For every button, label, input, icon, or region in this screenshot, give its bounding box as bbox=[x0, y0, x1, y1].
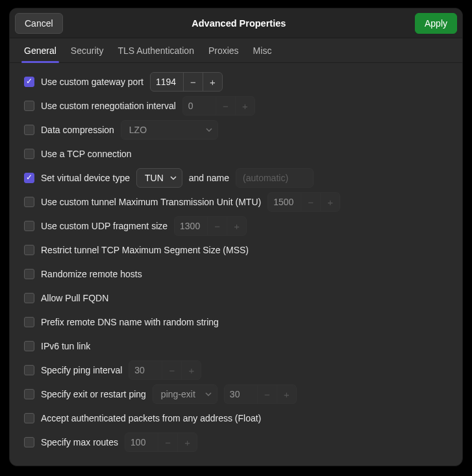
plus-icon[interactable]: + bbox=[181, 361, 201, 379]
label-ping: Specify ping interval bbox=[41, 365, 122, 375]
window-title: Advanced Properties bbox=[63, 18, 415, 29]
checkbox-prefixdns[interactable] bbox=[24, 317, 34, 327]
label-vdev: Set virtual device type bbox=[41, 173, 130, 183]
select-pingexit-value: ping-exit bbox=[161, 389, 195, 399]
spin-maxroutes: − + bbox=[125, 432, 197, 452]
checkbox-ipv6tun[interactable] bbox=[24, 341, 34, 351]
minus-icon[interactable]: − bbox=[301, 193, 320, 211]
select-pingexit[interactable]: ping-exit bbox=[153, 384, 217, 404]
plus-icon[interactable]: + bbox=[203, 73, 222, 91]
input-mtu[interactable] bbox=[268, 193, 301, 211]
plus-icon[interactable]: + bbox=[227, 217, 246, 235]
select-vdev-value: TUN bbox=[145, 173, 164, 183]
cancel-button[interactable]: Cancel bbox=[15, 13, 63, 34]
row-pingexit: Specify exit or restart ping ping-exit −… bbox=[24, 384, 448, 404]
titlebar: Cancel Advanced Properties Apply bbox=[10, 8, 462, 38]
select-compression-value: LZO bbox=[129, 125, 147, 135]
plus-icon[interactable]: + bbox=[177, 433, 197, 451]
spin-pingexit: − + bbox=[224, 384, 297, 404]
label-vdev-andname: and name bbox=[189, 173, 229, 183]
row-randomize: Randomize remote hosts bbox=[24, 264, 448, 284]
tab-misc[interactable]: Misc bbox=[253, 38, 272, 62]
dialog-window: Cancel Advanced Properties Apply General… bbox=[9, 8, 463, 466]
minus-icon[interactable]: − bbox=[207, 217, 227, 235]
input-ping[interactable] bbox=[129, 361, 162, 379]
row-vdev: Set virtual device type TUN and name bbox=[24, 168, 448, 188]
chevron-down-icon bbox=[206, 128, 212, 132]
label-tcp: Use a TCP connection bbox=[41, 149, 132, 159]
label-reneg: Use custom renegotiation interval bbox=[41, 101, 176, 111]
input-vdev-name[interactable] bbox=[236, 168, 314, 188]
checkbox-gateway-port[interactable] bbox=[24, 77, 34, 87]
select-compression[interactable]: LZO bbox=[121, 120, 218, 140]
minus-icon[interactable]: − bbox=[257, 385, 277, 403]
checkbox-randomize[interactable] bbox=[24, 269, 34, 279]
label-gateway-port: Use custom gateway port bbox=[41, 77, 143, 87]
label-randomize: Randomize remote hosts bbox=[41, 269, 142, 279]
label-ipv6tun: IPv6 tun link bbox=[41, 341, 90, 351]
plus-icon[interactable]: + bbox=[320, 193, 340, 211]
tab-security[interactable]: Security bbox=[71, 38, 104, 62]
input-gateway-port[interactable] bbox=[151, 73, 183, 91]
tab-proxies[interactable]: Proxies bbox=[208, 38, 239, 62]
label-mss: Restrict tunnel TCP Maximum Segment Size… bbox=[41, 245, 249, 255]
spin-reneg: − + bbox=[182, 96, 255, 116]
row-compression: Data compression LZO bbox=[24, 120, 448, 140]
tab-general[interactable]: General bbox=[24, 38, 56, 62]
row-mss: Restrict tunnel TCP Maximum Segment Size… bbox=[24, 240, 448, 260]
general-panel: Use custom gateway port − + Use custom r… bbox=[10, 63, 462, 464]
minus-icon[interactable]: − bbox=[216, 97, 235, 115]
label-pullfqdn: Allow Pull FQDN bbox=[41, 293, 108, 303]
checkbox-ping[interactable] bbox=[24, 365, 34, 375]
row-pullfqdn: Allow Pull FQDN bbox=[24, 288, 448, 308]
apply-button[interactable]: Apply bbox=[415, 13, 457, 34]
input-reneg[interactable] bbox=[183, 97, 216, 115]
checkbox-compression[interactable] bbox=[24, 125, 34, 135]
checkbox-maxroutes[interactable] bbox=[24, 437, 34, 447]
spin-gateway-port: − + bbox=[150, 72, 223, 92]
checkbox-pullfqdn[interactable] bbox=[24, 293, 34, 303]
minus-icon[interactable]: − bbox=[183, 73, 203, 91]
chevron-down-icon bbox=[205, 392, 212, 396]
checkbox-float[interactable] bbox=[24, 413, 34, 423]
checkbox-mss[interactable] bbox=[24, 245, 34, 255]
checkbox-reneg[interactable] bbox=[24, 101, 34, 111]
row-ping: Specify ping interval − + bbox=[24, 360, 448, 380]
row-tcp: Use a TCP connection bbox=[24, 144, 448, 164]
input-maxroutes[interactable] bbox=[125, 433, 158, 451]
tabs: General Security TLS Authentication Prox… bbox=[10, 38, 462, 63]
input-pingexit[interactable] bbox=[225, 385, 257, 403]
checkbox-mtu[interactable] bbox=[24, 197, 34, 207]
checkbox-tcp[interactable] bbox=[24, 149, 34, 159]
row-mtu: Use custom tunnel Maximum Transmission U… bbox=[24, 192, 448, 212]
minus-icon[interactable]: − bbox=[162, 361, 181, 379]
row-ipv6tun: IPv6 tun link bbox=[24, 336, 448, 356]
row-gateway-port: Use custom gateway port − + bbox=[24, 72, 448, 92]
plus-icon[interactable]: + bbox=[235, 97, 255, 115]
select-vdev-type[interactable]: TUN bbox=[136, 168, 182, 188]
row-reneg: Use custom renegotiation interval − + bbox=[24, 96, 448, 116]
label-compression: Data compression bbox=[41, 125, 114, 135]
label-float: Accept authenticated packets from any ad… bbox=[41, 413, 261, 423]
spin-mtu: − + bbox=[267, 192, 340, 212]
label-mtu: Use custom tunnel Maximum Transmission U… bbox=[41, 197, 261, 207]
minus-icon[interactable]: − bbox=[158, 433, 177, 451]
label-prefixdns: Prefix remote DNS name with random strin… bbox=[41, 317, 219, 327]
row-prefixdns: Prefix remote DNS name with random strin… bbox=[24, 312, 448, 332]
checkbox-udpfrag[interactable] bbox=[24, 221, 34, 231]
spin-ping: − + bbox=[129, 360, 201, 380]
row-maxroutes: Specify max routes − + bbox=[24, 432, 448, 452]
tab-tls-authentication[interactable]: TLS Authentication bbox=[118, 38, 194, 62]
checkbox-pingexit[interactable] bbox=[24, 389, 34, 399]
input-udpfrag[interactable] bbox=[175, 217, 207, 235]
label-udpfrag: Use custom UDP fragment size bbox=[41, 221, 168, 231]
chevron-down-icon bbox=[170, 176, 177, 180]
label-maxroutes: Specify max routes bbox=[41, 437, 118, 447]
plus-icon[interactable]: + bbox=[277, 385, 296, 403]
spin-udpfrag: − + bbox=[174, 216, 247, 236]
row-float: Accept authenticated packets from any ad… bbox=[24, 408, 448, 428]
row-udpfrag: Use custom UDP fragment size − + bbox=[24, 216, 448, 236]
label-pingexit: Specify exit or restart ping bbox=[41, 389, 146, 399]
checkbox-vdev[interactable] bbox=[24, 173, 34, 183]
